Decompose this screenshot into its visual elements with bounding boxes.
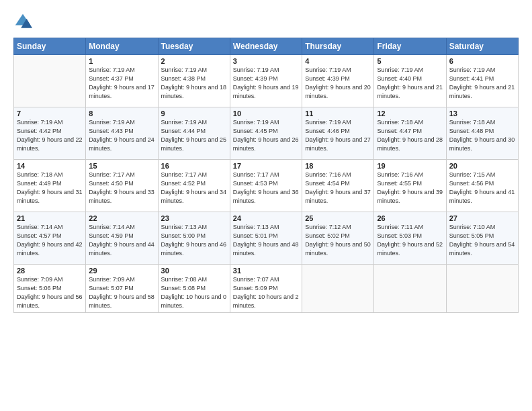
day-info: Sunrise: 7:09 AM Sunset: 5:06 PM Dayligh… [17, 275, 83, 310]
day-number: 16 [161, 162, 227, 170]
calendar-cell: 14Sunrise: 7:18 AM Sunset: 4:49 PM Dayli… [14, 160, 86, 212]
day-number: 5 [377, 57, 443, 65]
calendar-cell: 6Sunrise: 7:19 AM Sunset: 4:41 PM Daylig… [446, 55, 518, 107]
calendar-cell: 30Sunrise: 7:08 AM Sunset: 5:08 PM Dayli… [158, 265, 230, 313]
day-info: Sunrise: 7:17 AM Sunset: 4:52 PM Dayligh… [161, 171, 227, 205]
calendar-cell: 25Sunrise: 7:12 AM Sunset: 5:02 PM Dayli… [302, 212, 374, 265]
calendar-cell: 4Sunrise: 7:19 AM Sunset: 4:39 PM Daylig… [302, 55, 374, 107]
day-info: Sunrise: 7:10 AM Sunset: 5:05 PM Dayligh… [449, 223, 515, 258]
day-number: 22 [89, 214, 154, 222]
calendar-cell: 13Sunrise: 7:18 AM Sunset: 4:48 PM Dayli… [446, 107, 518, 160]
calendar-cell: 26Sunrise: 7:11 AM Sunset: 5:03 PM Dayli… [374, 212, 446, 265]
day-number: 9 [161, 109, 227, 118]
calendar-cell: 11Sunrise: 7:19 AM Sunset: 4:46 PM Dayli… [302, 107, 374, 160]
day-info: Sunrise: 7:12 AM Sunset: 5:02 PM Dayligh… [305, 223, 371, 258]
day-info: Sunrise: 7:19 AM Sunset: 4:41 PM Dayligh… [449, 66, 515, 101]
day-info: Sunrise: 7:18 AM Sunset: 4:47 PM Dayligh… [377, 118, 443, 153]
day-number: 30 [161, 267, 227, 275]
calendar-cell: 15Sunrise: 7:17 AM Sunset: 4:50 PM Dayli… [86, 160, 158, 212]
day-info: Sunrise: 7:14 AM Sunset: 4:57 PM Dayligh… [17, 223, 83, 258]
calendar-cell: 23Sunrise: 7:13 AM Sunset: 5:00 PM Dayli… [158, 212, 230, 265]
weekday-header-sunday: Sunday [14, 38, 86, 55]
day-number: 25 [305, 214, 371, 222]
day-number: 29 [89, 267, 154, 275]
day-info: Sunrise: 7:19 AM Sunset: 4:40 PM Dayligh… [377, 66, 443, 101]
day-info: Sunrise: 7:18 AM Sunset: 4:49 PM Dayligh… [17, 171, 83, 205]
day-number: 4 [305, 57, 371, 65]
calendar-cell: 7Sunrise: 7:19 AM Sunset: 4:42 PM Daylig… [14, 107, 86, 160]
day-info: Sunrise: 7:16 AM Sunset: 4:54 PM Dayligh… [305, 171, 371, 205]
week-row-1: 1Sunrise: 7:19 AM Sunset: 4:37 PM Daylig… [14, 55, 519, 107]
day-info: Sunrise: 7:19 AM Sunset: 4:45 PM Dayligh… [233, 118, 299, 153]
day-info: Sunrise: 7:13 AM Sunset: 5:00 PM Dayligh… [161, 223, 227, 258]
day-info: Sunrise: 7:19 AM Sunset: 4:39 PM Dayligh… [305, 66, 371, 101]
day-info: Sunrise: 7:19 AM Sunset: 4:38 PM Dayligh… [161, 66, 227, 101]
day-info: Sunrise: 7:07 AM Sunset: 5:09 PM Dayligh… [233, 275, 299, 310]
day-info: Sunrise: 7:17 AM Sunset: 4:50 PM Dayligh… [89, 171, 154, 205]
calendar-cell: 8Sunrise: 7:19 AM Sunset: 4:43 PM Daylig… [86, 107, 158, 160]
day-info: Sunrise: 7:19 AM Sunset: 4:42 PM Dayligh… [17, 118, 83, 153]
weekday-header-thursday: Thursday [302, 38, 374, 55]
week-row-5: 28Sunrise: 7:09 AM Sunset: 5:06 PM Dayli… [14, 265, 519, 313]
weekday-header-wednesday: Wednesday [230, 38, 302, 55]
day-info: Sunrise: 7:18 AM Sunset: 4:48 PM Dayligh… [449, 118, 515, 153]
weekday-header-tuesday: Tuesday [158, 38, 230, 55]
day-number: 3 [233, 57, 299, 65]
calendar-table: SundayMondayTuesdayWednesdayThursdayFrid… [13, 38, 519, 313]
logo-icon [13, 12, 32, 31]
day-number: 21 [17, 214, 83, 222]
day-number: 23 [161, 214, 227, 222]
header [13, 12, 519, 31]
week-row-3: 14Sunrise: 7:18 AM Sunset: 4:49 PM Dayli… [14, 160, 519, 212]
day-number: 17 [233, 162, 299, 170]
day-number: 31 [233, 267, 299, 275]
day-info: Sunrise: 7:15 AM Sunset: 4:56 PM Dayligh… [449, 171, 515, 205]
day-info: Sunrise: 7:19 AM Sunset: 4:37 PM Dayligh… [89, 66, 154, 101]
day-info: Sunrise: 7:19 AM Sunset: 4:39 PM Dayligh… [233, 66, 299, 101]
day-number: 8 [89, 109, 154, 118]
calendar-cell [302, 265, 374, 313]
calendar-cell: 29Sunrise: 7:09 AM Sunset: 5:07 PM Dayli… [86, 265, 158, 313]
calendar-cell: 9Sunrise: 7:19 AM Sunset: 4:44 PM Daylig… [158, 107, 230, 160]
calendar-cell: 3Sunrise: 7:19 AM Sunset: 4:39 PM Daylig… [230, 55, 302, 107]
day-number: 7 [17, 109, 83, 118]
day-info: Sunrise: 7:19 AM Sunset: 4:44 PM Dayligh… [161, 118, 227, 153]
calendar-cell: 2Sunrise: 7:19 AM Sunset: 4:38 PM Daylig… [158, 55, 230, 107]
day-info: Sunrise: 7:13 AM Sunset: 5:01 PM Dayligh… [233, 223, 299, 258]
calendar-cell: 28Sunrise: 7:09 AM Sunset: 5:06 PM Dayli… [14, 265, 86, 313]
calendar-cell: 16Sunrise: 7:17 AM Sunset: 4:52 PM Dayli… [158, 160, 230, 212]
day-number: 19 [377, 162, 443, 170]
page: SundayMondayTuesdayWednesdayThursdayFrid… [0, 0, 532, 411]
calendar-cell: 12Sunrise: 7:18 AM Sunset: 4:47 PM Dayli… [374, 107, 446, 160]
weekday-header-monday: Monday [86, 38, 158, 55]
day-number: 12 [377, 109, 443, 118]
day-info: Sunrise: 7:16 AM Sunset: 4:55 PM Dayligh… [377, 171, 443, 205]
calendar-cell: 10Sunrise: 7:19 AM Sunset: 4:45 PM Dayli… [230, 107, 302, 160]
calendar-cell: 19Sunrise: 7:16 AM Sunset: 4:55 PM Dayli… [374, 160, 446, 212]
calendar-cell: 17Sunrise: 7:17 AM Sunset: 4:53 PM Dayli… [230, 160, 302, 212]
weekday-header-row: SundayMondayTuesdayWednesdayThursdayFrid… [14, 38, 519, 55]
day-number: 14 [17, 162, 83, 170]
day-info: Sunrise: 7:17 AM Sunset: 4:53 PM Dayligh… [233, 171, 299, 205]
day-number: 27 [449, 214, 515, 222]
calendar-cell [446, 265, 518, 313]
day-number: 2 [161, 57, 227, 65]
calendar-cell [374, 265, 446, 313]
day-info: Sunrise: 7:19 AM Sunset: 4:43 PM Dayligh… [89, 118, 154, 153]
day-number: 1 [89, 57, 154, 65]
week-row-2: 7Sunrise: 7:19 AM Sunset: 4:42 PM Daylig… [14, 107, 519, 160]
day-number: 11 [305, 109, 371, 118]
calendar-cell: 21Sunrise: 7:14 AM Sunset: 4:57 PM Dayli… [14, 212, 86, 265]
day-info: Sunrise: 7:11 AM Sunset: 5:03 PM Dayligh… [377, 223, 443, 258]
day-info: Sunrise: 7:19 AM Sunset: 4:46 PM Dayligh… [305, 118, 371, 153]
day-info: Sunrise: 7:14 AM Sunset: 4:59 PM Dayligh… [89, 223, 154, 258]
day-number: 13 [449, 109, 515, 118]
week-row-4: 21Sunrise: 7:14 AM Sunset: 4:57 PM Dayli… [14, 212, 519, 265]
day-number: 24 [233, 214, 299, 222]
calendar-cell: 18Sunrise: 7:16 AM Sunset: 4:54 PM Dayli… [302, 160, 374, 212]
calendar-cell: 22Sunrise: 7:14 AM Sunset: 4:59 PM Dayli… [86, 212, 158, 265]
day-info: Sunrise: 7:09 AM Sunset: 5:07 PM Dayligh… [89, 275, 154, 310]
day-number: 15 [89, 162, 154, 170]
calendar-cell: 24Sunrise: 7:13 AM Sunset: 5:01 PM Dayli… [230, 212, 302, 265]
day-number: 18 [305, 162, 371, 170]
